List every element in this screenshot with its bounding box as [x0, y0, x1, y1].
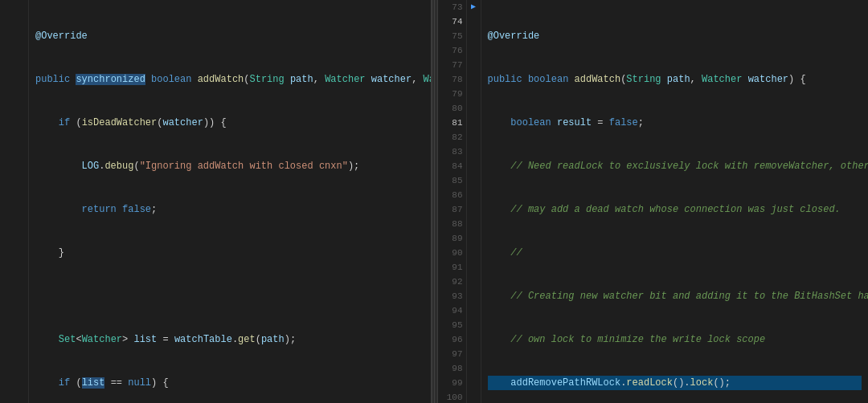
ln: 82	[441, 130, 463, 145]
ln: 86	[441, 188, 463, 202]
code-line: if (isDeadWatcher(watcher)) {	[35, 116, 424, 130]
ln	[3, 130, 25, 145]
ln: 92	[441, 275, 463, 289]
ln	[3, 29, 25, 43]
code-line: // own lock to minimize the write lock s…	[488, 332, 862, 347]
ln: 83	[441, 145, 463, 159]
ln: 94	[441, 303, 463, 318]
ln: 93	[441, 289, 463, 303]
ln	[3, 202, 25, 217]
ln: 91	[441, 260, 463, 275]
ln: 99	[441, 376, 463, 390]
code-line: public boolean addWatch(String path, Wat…	[488, 72, 862, 87]
right-pane: 73 74 75 76 77 78 79 80 81 82 83 84 85 8…	[438, 0, 869, 403]
right-line-numbers: 73 74 75 76 77 78 79 80 81 82 83 84 85 8…	[438, 0, 467, 403]
ln: 87	[441, 202, 463, 217]
code-line: }	[35, 246, 424, 260]
left-pane: @Override public synchronized boolean ad…	[0, 0, 432, 403]
ln: 96	[441, 332, 463, 347]
code-line: if (list == null) {	[35, 376, 424, 390]
code-line: boolean result = false;	[488, 116, 862, 130]
ln: 95	[441, 318, 463, 332]
left-line-numbers	[0, 0, 29, 403]
code-line: @Override	[35, 29, 424, 43]
ln	[3, 101, 25, 116]
code-line: Set<Watcher> list = watchTable.get(path)…	[35, 332, 424, 347]
ln	[3, 43, 25, 58]
ln	[3, 246, 25, 260]
ln	[3, 390, 25, 403]
code-line: // may add a dead watch whose connection…	[488, 202, 862, 217]
ln: 84	[441, 159, 463, 173]
ln: 76	[441, 43, 463, 58]
ln: 74	[441, 14, 463, 29]
ln	[3, 58, 25, 72]
code-line: @Override	[488, 29, 862, 43]
code-line-selected: addRemovePathRWLock.readLock().lock();	[488, 376, 862, 390]
ln	[3, 14, 25, 29]
code-line: LOG.debug("Ignoring addWatch with closed…	[35, 159, 424, 173]
ln: 77	[441, 58, 463, 72]
ln: 100	[441, 390, 463, 403]
ln	[3, 231, 25, 246]
ln	[3, 116, 25, 130]
ln	[3, 275, 25, 289]
ln: 90	[441, 246, 463, 260]
pane-divider[interactable]	[432, 0, 438, 403]
right-gutter: ▶	[467, 0, 481, 403]
editor-container: @Override public synchronized boolean ad…	[0, 0, 868, 403]
ln	[3, 318, 25, 332]
ln	[3, 72, 25, 87]
ln: 78	[441, 72, 463, 87]
code-line: // Creating new watcher bit and adding i…	[488, 289, 862, 303]
ln	[3, 145, 25, 159]
ln	[3, 0, 25, 14]
ln: 73	[441, 0, 463, 14]
ln	[3, 332, 25, 347]
ln: 98	[441, 361, 463, 376]
ln	[3, 217, 25, 231]
ln	[3, 188, 25, 202]
ln	[3, 361, 25, 376]
ln	[3, 173, 25, 188]
ln	[3, 289, 25, 303]
code-line: // Need readLock to exclusively lock wit…	[488, 159, 862, 173]
left-code-content[interactable]: @Override public synchronized boolean ad…	[29, 0, 431, 403]
ln: 89	[441, 231, 463, 246]
ln: 81	[441, 116, 463, 130]
right-code-content[interactable]: @Override public boolean addWatch(String…	[481, 0, 869, 403]
ln: 79	[441, 87, 463, 101]
ln: 97	[441, 347, 463, 361]
code-line: return false;	[35, 202, 424, 217]
ln: 85	[441, 173, 463, 188]
ln	[3, 303, 25, 318]
ln	[3, 347, 25, 361]
code-line: public synchronized boolean addWatch(Str…	[35, 72, 424, 87]
ln: 75	[441, 29, 463, 43]
ln	[3, 87, 25, 101]
code-line	[35, 289, 424, 303]
ln: 88	[441, 217, 463, 231]
ln	[3, 376, 25, 390]
code-line: //	[488, 246, 862, 260]
ln	[3, 159, 25, 173]
ln	[3, 260, 25, 275]
ln: 80	[441, 101, 463, 116]
